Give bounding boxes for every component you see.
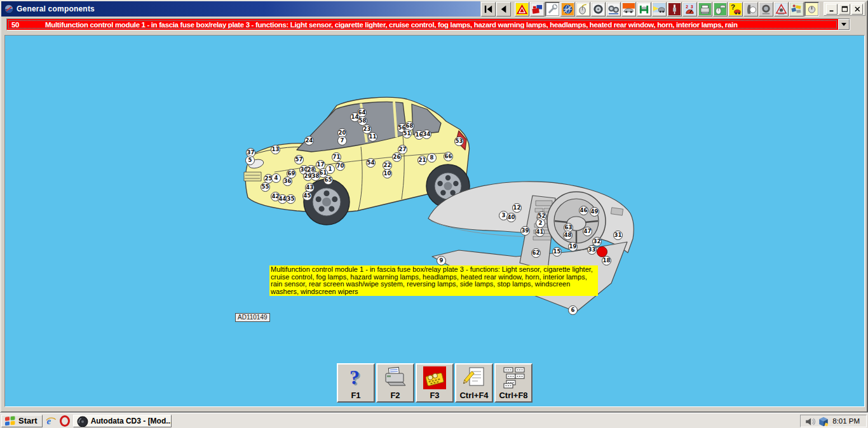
toolbar-service-wrench[interactable]	[545, 2, 560, 17]
callout-70[interactable]: 70	[336, 161, 345, 171]
toolbar-headlamp-beam[interactable]	[652, 2, 667, 17]
callout-71[interactable]: 71	[332, 152, 341, 162]
callout-39[interactable]: 39	[520, 226, 530, 236]
callout-8[interactable]: 8	[427, 153, 437, 163]
function-key-label: Ctrl+F4	[459, 391, 488, 400]
desktop: General components 23? 50 Multifunction …	[0, 0, 868, 428]
callout-26[interactable]: 26	[392, 152, 402, 162]
callout-11[interactable]: 11	[368, 132, 377, 142]
component-selector[interactable]: 50 Multifunction control module 1 - in f…	[6, 18, 850, 30]
back-icon	[498, 3, 510, 15]
autodata-disc-icon	[77, 416, 88, 426]
toolbar-back[interactable]	[496, 2, 511, 17]
callout-33[interactable]: 33	[587, 245, 597, 255]
callout-5[interactable]: 5	[245, 156, 255, 165]
help-vehicle-icon: ?	[729, 3, 742, 15]
callout-36[interactable]: 36	[283, 177, 292, 186]
dropdown-button[interactable]	[838, 19, 850, 30]
function-key-label: F1	[351, 391, 360, 400]
callout-4[interactable]: 4	[271, 173, 281, 183]
callout-18[interactable]: 18	[602, 256, 611, 265]
callout-55[interactable]: 55	[261, 182, 270, 192]
callout-7[interactable]: 7	[337, 136, 347, 145]
hazard-warning-icon	[516, 3, 528, 15]
abs-warning-icon	[775, 3, 787, 15]
taskbar: Start e Autodata CD3 - [Mod... 8:01 PM	[0, 413, 868, 428]
minimize-button[interactable]	[826, 4, 837, 15]
callout-10[interactable]: 10	[383, 169, 392, 178]
help-icon: ??	[342, 366, 369, 389]
callout-57[interactable]: 57	[294, 155, 304, 164]
toolbar-bodywork[interactable]	[621, 2, 636, 17]
toolbar-abs-wheel[interactable]	[759, 2, 773, 17]
ctrl-f8-menu-button[interactable]: Ctrl+F8	[494, 363, 532, 403]
callout-15[interactable]: 15	[552, 247, 562, 257]
toolbar-engine-parts[interactable]	[789, 2, 804, 17]
toolbar-airbag-srs[interactable]	[743, 2, 758, 17]
titlebar: General components	[1, 1, 480, 17]
callout-21[interactable]: 21	[417, 156, 427, 165]
callout-65[interactable]: 65	[323, 175, 333, 185]
callout-38[interactable]: 38	[311, 171, 320, 181]
callout-13[interactable]: 13	[271, 145, 280, 154]
toolbar-gauges[interactable]: 23	[682, 2, 697, 17]
window-controls	[824, 2, 865, 16]
toolbar-hazard-warning[interactable]	[515, 2, 529, 17]
callout-19[interactable]: 19	[568, 242, 578, 251]
volume-icon[interactable]	[804, 416, 815, 426]
f2-print-button[interactable]: F2	[376, 363, 414, 403]
callout-51[interactable]: 51	[402, 129, 412, 138]
callout-9[interactable]: 9	[437, 256, 446, 265]
selected-component-marker[interactable]	[597, 246, 607, 257]
callout-47[interactable]: 47	[583, 227, 592, 236]
f3-fusebox-button[interactable]: F3	[416, 363, 454, 403]
chevron-down-icon	[841, 23, 846, 26]
toolbar-wheel-alignment[interactable]	[606, 2, 621, 17]
callout-49[interactable]: 49	[590, 207, 599, 217]
component-selector-text[interactable]: 50 Multifunction control module 1 - in f…	[7, 19, 838, 30]
callout-45[interactable]: 45	[302, 191, 312, 201]
callout-6[interactable]: 6	[568, 305, 578, 315]
component-tooltip: Multifunction control module 1 - in fasc…	[269, 265, 598, 296]
toolbar-abs-warning[interactable]	[774, 2, 789, 17]
f1-help-button[interactable]: ??F1	[337, 363, 375, 403]
toolbar-technical-data[interactable]	[530, 2, 545, 17]
mouse-car-icon	[714, 3, 726, 15]
callout-31[interactable]: 31	[613, 231, 623, 240]
callout-2[interactable]: 2	[536, 218, 545, 228]
callout-54[interactable]: 54	[366, 158, 376, 168]
callout-66[interactable]: 66	[444, 152, 453, 161]
toolbar-printer[interactable]	[698, 2, 712, 17]
callout-62[interactable]: 62	[531, 248, 541, 258]
fusebox-icon	[421, 366, 448, 389]
start-button[interactable]: Start	[1, 415, 43, 427]
callout-41[interactable]: 41	[535, 227, 545, 237]
toolbar-mouse-car[interactable]	[713, 2, 728, 17]
toolbar-first-page[interactable]	[481, 2, 496, 17]
technical-data-icon	[531, 3, 543, 15]
internet-explorer-icon[interactable]: e	[45, 415, 57, 427]
toolbar-ignition[interactable]	[667, 2, 682, 17]
callout-35[interactable]: 35	[286, 194, 295, 204]
maximize-button[interactable]	[839, 4, 850, 15]
toolbar-tyres[interactable]	[591, 2, 606, 17]
toolbar-pointer-mouse[interactable]	[576, 2, 590, 17]
ctrl-f4-notes-button[interactable]: Ctrl+F4	[455, 363, 493, 403]
callout-24[interactable]: 24	[304, 136, 314, 145]
function-key-label: Ctrl+F8	[499, 391, 527, 400]
toolbar-diagnostics-globe[interactable]	[560, 2, 575, 17]
taskbar-task-autodata[interactable]: Autodata CD3 - [Mod...	[73, 415, 172, 427]
callout-34[interactable]: 34	[422, 130, 431, 139]
toolbar-help-vehicle[interactable]: ?	[728, 2, 743, 17]
callout-12[interactable]: 12	[512, 203, 522, 213]
callout-40[interactable]: 40	[506, 213, 516, 222]
opera-icon[interactable]	[59, 415, 71, 427]
cube-tray-icon[interactable]	[818, 416, 828, 426]
callout-48[interactable]: 48	[563, 231, 573, 240]
callout-53[interactable]: 53	[454, 137, 464, 146]
autodata-window: General components 23? 50 Multifunction …	[0, 0, 868, 413]
toolbar-vehicle-lift[interactable]	[637, 2, 651, 17]
toolbar-light-switch[interactable]	[804, 2, 819, 17]
callout-46[interactable]: 46	[579, 206, 588, 215]
close-button[interactable]	[851, 4, 863, 15]
